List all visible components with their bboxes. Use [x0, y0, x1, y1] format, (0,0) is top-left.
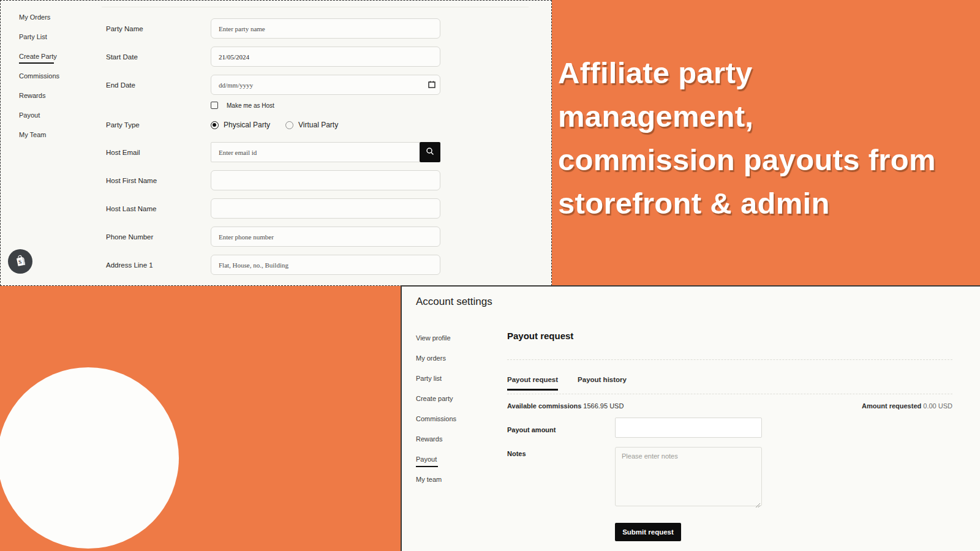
account-settings-title: Account settings: [416, 296, 492, 308]
divider: [102, 7, 529, 7]
phone-number-label: Phone Number: [106, 233, 211, 241]
sidebar-item-party-list[interactable]: Party List: [19, 33, 47, 40]
address-line-1-label: Address Line 1: [106, 261, 211, 269]
hero-line: Affiliate party: [558, 51, 962, 95]
party-name-input[interactable]: [211, 18, 440, 39]
submit-request-button[interactable]: Submit request: [615, 523, 681, 541]
hero-headline: Affiliate party management, commission p…: [558, 51, 962, 225]
account-sidebar-item-rewards[interactable]: Rewards: [416, 435, 442, 443]
start-date-label: Start Date: [106, 53, 211, 61]
sidebar-item-create-party[interactable]: Create Party: [19, 53, 57, 64]
account-sidebar-item-commissions[interactable]: Commissions: [416, 415, 456, 422]
shopify-logo-badge: S: [8, 249, 32, 274]
account-sidebar-item-my-team[interactable]: My team: [416, 476, 442, 483]
sidebar-item-payout[interactable]: Payout: [19, 111, 40, 119]
available-commissions-label: Available commissions: [507, 402, 581, 410]
available-commissions: Available commissions 1566.95 USD: [507, 402, 624, 410]
host-email-search-button[interactable]: [420, 142, 440, 162]
payout-amount-input[interactable]: [615, 418, 762, 438]
host-first-name-input[interactable]: [211, 170, 440, 190]
amount-requested: Amount requested 0.00 USD: [862, 402, 952, 410]
phone-number-input[interactable]: [211, 227, 440, 247]
account-settings-screenshot: Account settings View profileMy ordersPa…: [401, 285, 980, 551]
divider: [507, 359, 952, 360]
notes-label: Notes: [507, 450, 526, 457]
create-party-screenshot: My OrdersParty ListCreate PartyCommissio…: [0, 0, 552, 286]
host-email-label: Host Email: [106, 149, 211, 156]
form-row-phone-number: Phone Number: [106, 227, 440, 247]
make-host-checkbox[interactable]: [211, 102, 218, 109]
commission-summary-row: Available commissions 1566.95 USD Amount…: [507, 402, 952, 410]
hero-line: storefront & admin: [558, 182, 962, 225]
form-row-start-date: Start Date: [106, 47, 440, 67]
virtual-party-radio[interactable]: [285, 121, 293, 129]
brand-logo-circle: S: [0, 367, 179, 549]
sidebar-item-my-orders[interactable]: My Orders: [19, 13, 50, 21]
available-commissions-value: 1566.95 USD: [583, 402, 624, 410]
address-line-1-input[interactable]: [211, 255, 440, 275]
active-underline: [416, 466, 438, 467]
host-email-input[interactable]: [211, 142, 420, 162]
host-last-name-label: Host Last Name: [106, 205, 211, 212]
form-row-host-first-name: Host First Name: [106, 170, 440, 190]
search-icon: [426, 147, 434, 157]
hero-line: management,: [558, 95, 962, 138]
account-sidebar-item-view-profile[interactable]: View profile: [416, 334, 451, 342]
account-sidebar-item-payout[interactable]: Payout: [416, 455, 438, 467]
account-sidebar-item-my-orders[interactable]: My orders: [416, 354, 446, 362]
form-row-make-host: Make me as Host: [106, 102, 440, 109]
divider: [507, 394, 952, 394]
calendar-icon[interactable]: [428, 80, 435, 91]
sidebar-item-my-team[interactable]: My Team: [19, 131, 46, 138]
sidebar-item-commissions[interactable]: Commissions: [19, 72, 59, 80]
amount-requested-label: Amount requested: [862, 402, 921, 410]
form-row-address-line-1: Address Line 1: [106, 255, 440, 275]
form-row-host-last-name: Host Last Name: [106, 198, 440, 219]
payout-request-heading: Payout request: [507, 331, 573, 341]
start-date-input[interactable]: [211, 47, 440, 67]
make-host-label: Make me as Host: [227, 102, 274, 109]
active-underline: [19, 62, 54, 64]
party-type-label: Party Type: [106, 121, 211, 129]
party-name-label: Party Name: [106, 25, 211, 32]
virtual-party-label: Virtual Party: [298, 121, 338, 129]
end-date-label: End Date: [106, 81, 211, 89]
form-row-party-name: Party Name: [106, 18, 440, 39]
form-row-party-type: Party Type Physical Party Virtual Party: [106, 121, 440, 129]
physical-party-radio[interactable]: [211, 121, 219, 129]
host-last-name-input[interactable]: [211, 198, 440, 219]
host-first-name-label: Host First Name: [106, 177, 211, 184]
sidebar-item-rewards[interactable]: Rewards: [19, 92, 45, 99]
tab-payout-request[interactable]: Payout request: [507, 376, 558, 391]
account-sidebar-item-create-party[interactable]: Create party: [416, 395, 453, 402]
physical-party-label: Physical Party: [224, 121, 270, 129]
hero-line: commission payouts from: [558, 138, 962, 182]
account-sidebar-item-party-list[interactable]: Party list: [416, 375, 442, 382]
tab-payout-history[interactable]: Payout history: [578, 376, 627, 391]
form-row-end-date: End Date: [106, 75, 440, 95]
payout-tabs: Payout request Payout history: [507, 376, 627, 391]
form-row-host-email: Host Email: [106, 142, 440, 162]
notes-textarea[interactable]: [615, 447, 762, 506]
shopify-bag-icon: S: [12, 252, 28, 271]
amount-requested-value: 0.00 USD: [923, 402, 952, 410]
end-date-input[interactable]: [211, 75, 440, 95]
payout-amount-label: Payout amount: [507, 426, 556, 433]
